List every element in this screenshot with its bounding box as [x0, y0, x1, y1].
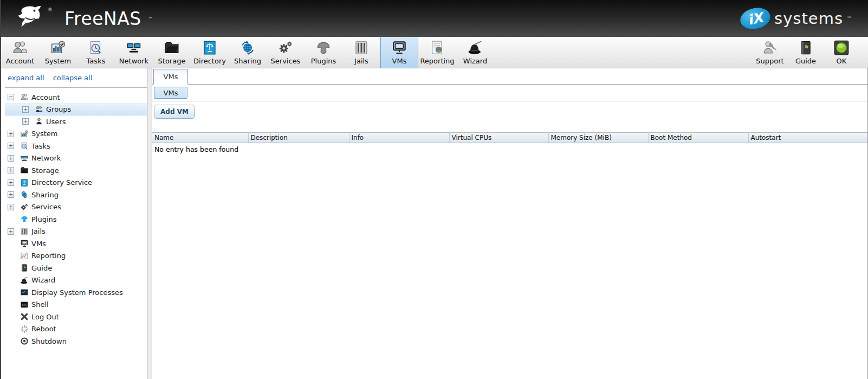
directory-icon [202, 40, 218, 56]
toolbar-item-label: Guide [795, 57, 816, 65]
expand-box-icon[interactable]: + [8, 131, 14, 137]
network-icon [126, 40, 142, 56]
tree-item-display-system-processes[interactable]: Display System Processes [5, 286, 147, 299]
tree-item-wizard[interactable]: Wizard [5, 274, 147, 287]
expand-box-icon[interactable]: + [8, 179, 14, 186]
jails-icon [20, 227, 29, 236]
tree-item-label: Plugins [31, 215, 57, 223]
tree-item-label: Log Out [31, 313, 59, 321]
tree-item-label: Network [31, 154, 61, 162]
tree-links: expand all collapse all [1, 68, 147, 87]
expand-box-icon[interactable]: + [8, 204, 14, 210]
storage-icon [20, 166, 29, 175]
toolbar-item-jails[interactable]: Jails [342, 37, 380, 68]
tree-item-tasks[interactable]: +Tasks [5, 140, 147, 152]
column-header-autostart[interactable]: Autostart [748, 133, 867, 143]
sidebar: expand all collapse all −Account+Groups+… [1, 68, 147, 379]
tree-item-label: Users [46, 118, 66, 126]
empty-message: No entry has been found [152, 143, 867, 156]
tree-item-label: Groups [46, 105, 71, 113]
tree-item-label: Wizard [31, 276, 55, 284]
toolbar-item-label: Support [756, 57, 783, 65]
tab-vms[interactable]: VMs [153, 69, 188, 85]
expand-box-icon[interactable]: + [8, 228, 14, 235]
tree-item-guide[interactable]: Guide [5, 262, 147, 274]
expand-box-icon[interactable]: + [22, 106, 29, 113]
tree-item-label: VMs [31, 240, 46, 248]
toolbar-item-ok[interactable]: OK [824, 37, 859, 68]
toolbar-item-label: Services [271, 57, 301, 65]
expand-box-icon[interactable]: + [8, 191, 14, 198]
wizard-icon [20, 276, 29, 285]
column-header-name[interactable]: Name [152, 133, 248, 143]
add-vm-button[interactable]: Add VM [154, 105, 195, 119]
tree-item-system[interactable]: +System [5, 128, 147, 140]
collapse-box-icon[interactable]: − [8, 94, 14, 100]
column-header-description[interactable]: Description [248, 133, 349, 143]
tree-item-sharing[interactable]: +Sharing [5, 189, 147, 201]
shell-icon: c:\ [20, 300, 29, 309]
ok-light-icon [833, 40, 850, 56]
main-toolbar: AccountSystemTasksNetworkStorageDirector… [1, 37, 868, 68]
tree-item-reporting[interactable]: Reporting [5, 250, 147, 262]
column-header-info[interactable]: Info [349, 133, 449, 143]
toolbar-item-wizard[interactable]: Wizard [456, 37, 494, 68]
tree-item-shutdown[interactable]: Shutdown [5, 335, 147, 348]
column-header-memory-size-mib[interactable]: Memory Size (MiB) [548, 133, 648, 143]
tree-item-label: Storage [31, 166, 59, 175]
toolbar-item-vms[interactable]: VMs [380, 37, 418, 68]
tree-item-vms[interactable]: VMs [5, 237, 147, 250]
tree-item-users[interactable]: +Users [5, 115, 147, 128]
tree-item-account[interactable]: −Account [5, 91, 147, 104]
subtab-vms[interactable]: VMs [154, 87, 187, 99]
toolbar-item-support[interactable]: Support [752, 37, 788, 68]
toolbar-item-system[interactable]: System [39, 37, 77, 68]
column-header-virtual-cpus[interactable]: Virtual CPUs [449, 133, 548, 143]
toolbar-item-services[interactable]: Services [267, 37, 305, 68]
tree-item-groups[interactable]: +Groups [5, 104, 147, 116]
collapse-all-link[interactable]: collapse all [53, 74, 93, 82]
tree-item-storage[interactable]: +Storage [5, 164, 147, 177]
toolbar-item-label: Tasks [87, 57, 106, 65]
sharing-icon [20, 190, 29, 199]
tree-item-label: Sharing [31, 191, 59, 199]
vms-icon [391, 40, 407, 56]
tree-item-plugins[interactable]: Plugins [5, 213, 147, 226]
toolbar-item-account[interactable]: Account [1, 37, 39, 68]
plugins-blue-icon [20, 215, 29, 223]
toolbar-item-reporting[interactable]: Reporting [418, 37, 456, 68]
expand-box-icon[interactable]: + [22, 118, 29, 125]
user-icon [35, 117, 43, 126]
toolbar-item-guide[interactable]: Guide [788, 37, 824, 68]
toolbar-item-directory[interactable]: Directory [191, 37, 229, 68]
toolbar-item-label: Storage [158, 57, 186, 65]
tree-item-reboot[interactable]: Reboot [5, 323, 147, 336]
svg-text:c:\: c:\ [22, 303, 27, 306]
tree-item-log-out[interactable]: Log Out [5, 311, 147, 323]
tree-item-network[interactable]: +Network [5, 152, 147, 165]
expand-box-icon[interactable]: + [8, 143, 14, 149]
reporting-icon [429, 40, 445, 56]
freenas-logo: ® FreeNAS ™ [17, 5, 153, 32]
plugins-gray-icon [315, 40, 332, 56]
system-icon [50, 40, 66, 56]
toolbar-item-plugins[interactable]: Plugins [305, 37, 342, 68]
nav-tree: −Account+Groups+Users+System+Tasks+Netwo… [5, 87, 147, 348]
toolbar-item-tasks[interactable]: Tasks [77, 37, 115, 68]
expand-box-icon[interactable]: + [8, 155, 14, 162]
account-icon [20, 93, 29, 101]
tree-item-shell[interactable]: c:\Shell [5, 299, 147, 311]
tree-item-label: Reboot [31, 325, 56, 333]
column-header-boot-method[interactable]: Boot Method [648, 133, 748, 143]
tasks-icon [20, 142, 29, 150]
tree-item-jails[interactable]: +Jails [5, 226, 147, 238]
expand-all-link[interactable]: expand all [8, 74, 44, 82]
guide-icon [20, 264, 29, 272]
toolbar-item-storage[interactable]: Storage [153, 37, 191, 68]
tree-item-directory-service[interactable]: +Directory Service [5, 177, 147, 189]
toolbar-item-network[interactable]: Network [115, 37, 153, 68]
tree-item-services[interactable]: +Services [5, 201, 147, 214]
toolbar-item-sharing[interactable]: Sharing [229, 37, 267, 68]
tab-bar: VMs [152, 68, 867, 85]
expand-box-icon[interactable]: + [8, 167, 14, 174]
